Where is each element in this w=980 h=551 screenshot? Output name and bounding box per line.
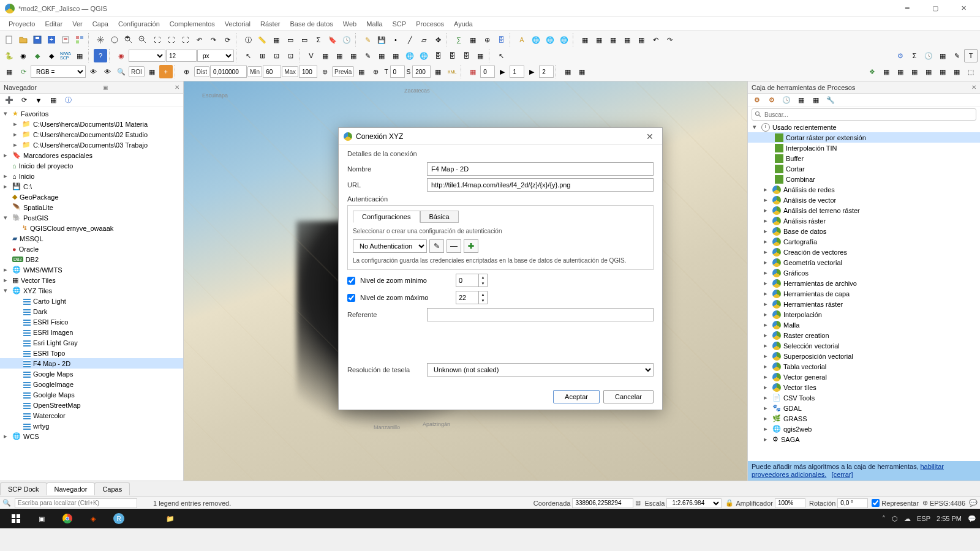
sp2-input[interactable] [510,66,524,78]
proc-group-24[interactable]: ▸⚙SAGA [748,434,980,444]
help-icon[interactable]: ? [94,49,107,62]
tool-b-icon[interactable]: ▦ [592,33,606,47]
zoom-next-icon[interactable]: ↷ [206,33,220,47]
tray-dropbox-icon[interactable]: ⬡ [892,515,898,523]
auth-select[interactable]: No Authentication [353,239,427,253]
scale-select[interactable]: 1:2.676.984 [666,498,722,508]
identify-icon[interactable]: ⓘ [241,33,255,47]
proc-group-11[interactable]: ▸Herramientas ráster [748,299,980,309]
proc-edit-icon[interactable]: ✎ [950,49,963,62]
proc-history-icon[interactable]: 🕓 [922,49,935,62]
temporal-icon[interactable]: 🕓 [340,33,353,47]
r3-icon[interactable]: ▦ [894,65,907,78]
proc-group-1[interactable]: ▸Análisis de vector [748,195,980,205]
sp1-input[interactable] [480,66,495,78]
proc-tb5-icon[interactable]: ▦ [809,94,823,107]
previa-btn-icon[interactable]: ▦ [355,65,368,78]
proc-results-icon[interactable]: ▦ [936,49,949,62]
v13-icon[interactable]: ▦ [473,49,487,62]
db-icon[interactable]: 🗄 [494,33,508,47]
trace-icon[interactable]: ⊡ [284,49,297,62]
bookmark-icon[interactable]: 🔖 [326,33,339,47]
zmax-up[interactable]: ▲ [478,291,487,298]
scp-dock-icon[interactable]: ▦ [2,65,16,78]
scp-b5-icon[interactable]: ⊕ [369,65,382,78]
browser-filter-icon[interactable]: ▼ [32,94,45,107]
rgb-select[interactable]: RGB = [31,66,86,78]
v12-icon[interactable]: 🗄 [459,49,473,62]
tab-navegador[interactable]: Navegador [47,482,96,495]
proc-group-6[interactable]: ▸Creación de vectores [748,247,980,257]
redo-icon[interactable]: ↷ [663,33,676,47]
end1-icon[interactable]: ▦ [561,65,575,78]
extent-icon[interactable]: ⊞ [635,499,641,507]
plugin1-icon[interactable]: ◉ [17,49,30,62]
pan-selection-icon[interactable] [108,33,121,47]
menu-ayuda[interactable]: Ayuda [449,19,478,29]
plugin2-icon[interactable]: ◆ [31,49,44,62]
xyz-tile-11[interactable]: Watercolor [0,410,183,421]
browser-tree[interactable]: ▾★Favoritos ▸📁C:\Users\herca\Documents\0… [0,107,183,481]
python-icon[interactable]: 🐍 [2,49,16,62]
xyz-tile-6[interactable]: F4 Map - 2D [0,358,183,369]
proc-group-14[interactable]: ▸Raster creation [748,330,980,340]
close-button[interactable]: ✕ [949,0,978,17]
render-checkbox[interactable] [872,499,880,507]
zoom-selection-icon[interactable]: ⛶ [164,33,178,47]
sp3-input[interactable] [539,66,554,78]
scp-b3-icon[interactable]: ▦ [145,65,159,78]
coord-input[interactable] [572,498,633,508]
proc-group-15[interactable]: ▸Selección vectorial [748,340,980,351]
r5-icon[interactable]: ▦ [922,65,935,78]
proc-text-icon[interactable]: T [964,49,978,62]
proc-group-8[interactable]: ▸Gráficos [748,268,980,278]
v4-icon[interactable]: ▦ [347,49,360,62]
explorer-icon[interactable]: 📁 [158,509,183,528]
open-project-icon[interactable] [17,33,30,47]
undo-icon[interactable]: ↶ [649,33,662,47]
tray-lang[interactable]: ESP [917,515,930,522]
vertex-icon[interactable]: ↖ [241,49,255,62]
proc-group-22[interactable]: ▸🌿GRASS [748,413,980,424]
menu-malla[interactable]: Malla [361,19,387,29]
scp-unit[interactable]: px [197,50,234,62]
menu-ver[interactable]: Ver [67,19,88,29]
proc-group-18[interactable]: ▸Vector general [748,372,980,382]
proc-recent-0[interactable]: Cortar ráster por extensión [748,132,980,143]
label-icon[interactable]: A [515,33,529,47]
tree-geopackage[interactable]: ◆GeoPackage [0,192,183,202]
globe1-icon[interactable]: 🌐 [529,33,543,47]
menu-complementos[interactable]: Complementos [165,19,220,29]
edit-poly-icon[interactable]: ▱ [417,33,431,47]
auth-edit-button[interactable]: ✎ [429,239,444,253]
proc-recent-3[interactable]: Cortar [748,163,980,174]
scp-b2-icon[interactable]: 👁 [100,65,114,78]
panel-close-icon[interactable]: ✕ [175,84,179,91]
proc-group-12[interactable]: ▸Interpolación [748,309,980,320]
v6-icon[interactable]: ▦ [375,49,388,62]
v7-icon[interactable]: ▦ [389,49,402,62]
v10-icon[interactable]: 🗄 [431,49,445,62]
proc-group-17[interactable]: ▸Tabla vectorial [748,361,980,372]
t-input[interactable] [390,66,405,78]
browser-collapse-icon[interactable]: ▦ [47,94,60,107]
proc-toolbox-icon[interactable]: ⚙ [894,49,907,62]
hint-close-link[interactable]: [cerrar] [832,471,853,478]
grid-icon[interactable]: ▦ [466,65,480,78]
r1-icon[interactable]: ❖ [865,65,879,78]
menu-basedatos[interactable]: Base de datos [285,19,337,29]
xyz-tile-2[interactable]: ESRI Fisico [0,317,183,327]
scp-b4-icon[interactable]: ⊕ [318,65,331,78]
zmin-input[interactable] [456,274,478,287]
xyz-tile-9[interactable]: Goolgle Maps [0,389,183,400]
save-as-icon[interactable]: + [45,33,58,47]
save-project-icon[interactable] [31,33,44,47]
tab-scp-dock[interactable]: SCP Dock [0,482,47,495]
r4-icon[interactable]: ▦ [908,65,921,78]
statistics-icon[interactable]: Σ [312,33,325,47]
menu-proyecto[interactable]: Proyecto [4,19,40,29]
snap-icon[interactable]: ⊞ [255,49,269,62]
zoom-in-icon[interactable]: + [122,33,135,47]
menu-capa[interactable]: Capa [88,19,113,29]
proc-recent-1[interactable]: Interpolación TIN [748,143,980,153]
